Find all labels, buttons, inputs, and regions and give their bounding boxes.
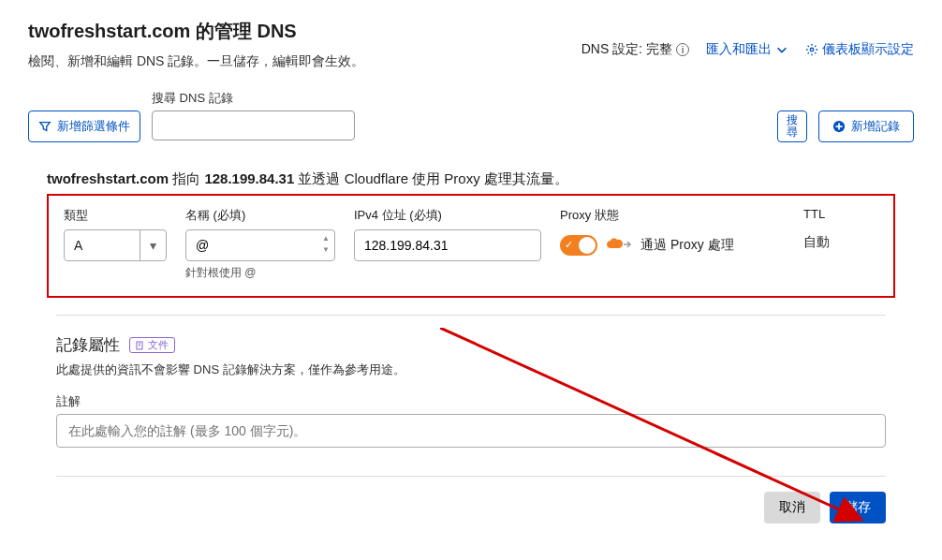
page-header: twofreshstart.com 的管理 DNS 檢閱、新增和編輯 DNS 記… — [28, 19, 914, 71]
record-info-line: twofreshstart.com 指向 128.199.84.31 並透過 C… — [47, 170, 914, 188]
name-input-wrap: ▲ ▼ — [185, 229, 335, 261]
cloud-arrow-icon — [605, 237, 633, 255]
plus-circle-icon — [832, 120, 846, 133]
filter-label: 新增篩選條件 — [57, 118, 130, 135]
record-attrs-section: 記錄屬性 文件 此處提供的資訊不會影響 DNS 記錄解決方案，僅作為參考用途。 … — [56, 315, 886, 448]
spinner-buttons: ▲ ▼ — [320, 233, 331, 255]
info-ip: 128.199.84.31 — [204, 170, 294, 186]
name-input[interactable] — [185, 229, 335, 261]
ip-input[interactable] — [354, 229, 541, 261]
ttl-label: TTL — [803, 207, 878, 221]
spin-up-icon[interactable]: ▲ — [320, 233, 331, 243]
search-button[interactable]: 搜尋 — [777, 111, 807, 142]
attrs-title-row: 記錄屬性 文件 — [56, 334, 886, 356]
footer-actions: 取消 儲存 — [56, 476, 886, 523]
page-subtitle: 檢閱、新增和編輯 DNS 記錄。一旦儲存，編輯即會生效。 — [28, 52, 403, 71]
ttl-column: TTL 自動 — [803, 207, 878, 281]
page-title: twofreshstart.com 的管理 DNS — [28, 19, 581, 44]
import-export-label: 匯入和匯出 — [706, 41, 772, 58]
spin-down-icon[interactable]: ▼ — [320, 244, 331, 255]
comment-input[interactable] — [56, 414, 886, 448]
doc-link[interactable]: 文件 — [129, 337, 175, 353]
add-record-button[interactable]: 新增記錄 — [818, 111, 914, 142]
proxy-text: 通過 Proxy 處理 — [640, 237, 734, 254]
chevron-down-icon — [775, 43, 788, 56]
doc-icon — [136, 341, 145, 350]
type-label: 類型 — [64, 207, 167, 224]
add-record-label: 新增記錄 — [851, 118, 900, 135]
comment-label: 註解 — [56, 394, 81, 408]
type-column: 類型 A ▾ — [64, 207, 167, 281]
import-export-link[interactable]: 匯入和匯出 — [706, 41, 788, 58]
dns-status-label: DNS 設定: — [581, 41, 642, 58]
gear-icon — [805, 43, 818, 56]
dashboard-settings-link[interactable]: 儀表板顯示設定 — [805, 41, 914, 58]
name-label: 名稱 (必填) — [185, 207, 335, 224]
filter-icon — [38, 120, 52, 133]
search-inner: 搜尋 — [152, 111, 807, 142]
search-wrap — [152, 111, 770, 142]
caret-down-icon: ▾ — [140, 230, 166, 260]
check-icon: ✓ — [565, 239, 573, 251]
ttl-value: 自動 — [803, 227, 878, 258]
proxy-row: ✓ 通過 Proxy 處理 — [560, 229, 785, 261]
doc-label: 文件 — [148, 338, 169, 352]
save-button[interactable]: 儲存 — [830, 492, 886, 523]
proxy-toggle[interactable]: ✓ — [560, 235, 597, 256]
dns-status-value: 完整 — [646, 41, 672, 58]
ip-column: IPv4 位址 (必填) — [354, 207, 541, 281]
search-label: 搜尋 DNS 記錄 — [152, 90, 807, 107]
cancel-button[interactable]: 取消 — [764, 492, 820, 523]
proxy-label: Proxy 狀態 — [560, 207, 785, 224]
add-filter-button[interactable]: 新增篩選條件 — [28, 111, 140, 142]
dashboard-settings-label: 儀表板顯示設定 — [822, 41, 914, 58]
info-icon[interactable]: i — [676, 43, 689, 56]
attrs-title: 記錄屬性 — [56, 334, 120, 356]
attrs-desc: 此處提供的資訊不會影響 DNS 記錄解決方案，僅作為參考用途。 — [56, 361, 886, 378]
search-group: 搜尋 DNS 記錄 搜尋 — [152, 90, 807, 142]
svg-point-0 — [810, 48, 814, 52]
info-mid2: 並透過 Cloudflare 使用 Proxy 處理其流量。 — [294, 170, 568, 186]
name-column: 名稱 (必填) ▲ ▼ 針對根使用 @ — [185, 207, 335, 281]
ip-label: IPv4 位址 (必填) — [354, 207, 541, 224]
name-hint: 針對根使用 @ — [185, 265, 335, 281]
type-select[interactable]: A ▾ — [64, 229, 167, 261]
info-mid1: 指向 — [169, 170, 204, 186]
proxy-column: Proxy 狀態 ✓ 通過 Proxy 處理 — [560, 207, 785, 281]
search-bar: 新增篩選條件 搜尋 DNS 記錄 搜尋 新增記錄 — [28, 90, 914, 142]
type-value: A — [65, 230, 140, 260]
record-editor: 類型 A ▾ 名稱 (必填) ▲ ▼ 針對根使用 @ IPv4 位址 (必填) … — [47, 194, 895, 298]
info-domain: twofreshstart.com — [47, 170, 169, 186]
search-input[interactable] — [152, 111, 355, 140]
header-left: twofreshstart.com 的管理 DNS 檢閱、新增和編輯 DNS 記… — [28, 19, 581, 71]
dns-status: DNS 設定: 完整 i — [581, 41, 689, 58]
header-right: DNS 設定: 完整 i 匯入和匯出 儀表板顯示設定 — [581, 41, 914, 58]
